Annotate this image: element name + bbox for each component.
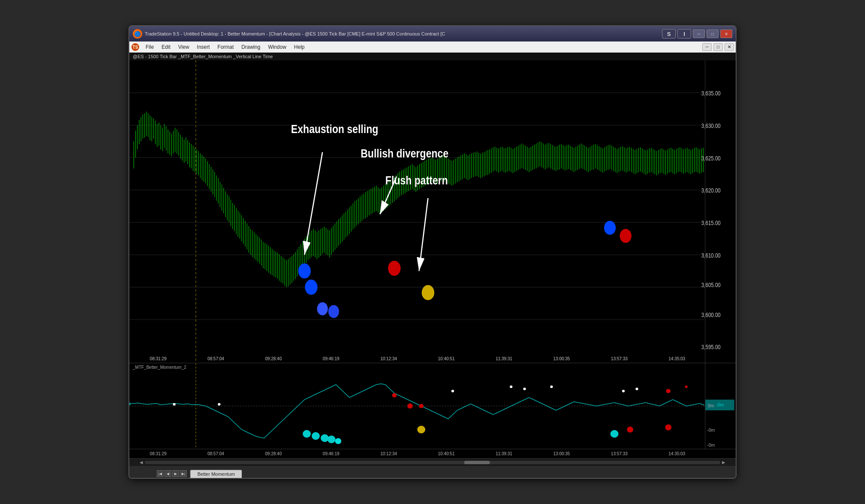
svg-text:3,615.00: 3,615.00 (701, 219, 721, 226)
svg-text:TS: TS (133, 45, 138, 50)
x-label-6: 10:40:51 (438, 451, 455, 456)
svg-point-366 (523, 388, 526, 390)
x-label-2: 08:57:04 (207, 451, 224, 456)
scroll-thumb[interactable] (464, 461, 490, 464)
svg-point-365 (510, 385, 512, 388)
svg-point-371 (685, 385, 687, 388)
x-label-9: 13:57:33 (611, 451, 628, 456)
scroll-left-arrow[interactable]: ◀ (138, 460, 145, 465)
menu-drawing[interactable]: Drawing (238, 43, 264, 51)
svg-point-370 (666, 389, 670, 393)
menu-format[interactable]: Format (214, 43, 237, 51)
tab-first-button[interactable]: |◀ (157, 470, 164, 477)
svg-point-380 (627, 427, 633, 433)
horizontal-scrollbar[interactable]: ◀ ▶ (129, 458, 736, 466)
menu-insert[interactable]: Insert (194, 43, 213, 51)
svg-point-348 (305, 280, 317, 295)
menu-view[interactable]: View (175, 43, 193, 51)
svg-point-372 (303, 430, 311, 438)
svg-text:3,600.00: 3,600.00 (701, 311, 721, 318)
x-label-7: 11:39:31 (495, 451, 512, 456)
svg-rect-2 (129, 60, 736, 363)
x-label-10: 14:35:03 (668, 451, 685, 456)
svg-point-352 (388, 261, 400, 276)
menu-restore-btn[interactable]: □ (713, 43, 723, 51)
svg-point-362 (392, 393, 397, 397)
svg-point-375 (328, 436, 336, 443)
s-button[interactable]: S (662, 29, 676, 39)
svg-text:Bullish divergence: Bullish divergence (361, 147, 448, 160)
time-label-7: 11:39:31 (495, 356, 512, 361)
menu-close-btn[interactable]: ✕ (725, 43, 734, 51)
momentum-indicator-label: _MTF_Better_Momentum_2 (133, 365, 186, 370)
chart-main: 3,635.00 3,630.00 3,625.00 3,620.00 3,61… (129, 60, 736, 458)
time-label-2: 08:57:04 (207, 356, 224, 361)
window-title: TradeStation 9.5 - Untitled Desktop: 1 -… (145, 31, 659, 36)
main-window: 🔵 TradeStation 9.5 - Untitled Desktop: 1… (128, 25, 737, 479)
svg-point-364 (451, 390, 454, 392)
menu-bar-right-controls: ─ □ ✕ (702, 43, 734, 51)
tab-next-button[interactable]: ▶ (172, 470, 179, 477)
menu-minimize-btn[interactable]: ─ (702, 43, 712, 51)
price-chart[interactable]: 3,635.00 3,630.00 3,625.00 3,620.00 3,61… (129, 60, 736, 363)
svg-point-353 (422, 285, 434, 300)
svg-text:3,620.00: 3,620.00 (701, 187, 721, 194)
time-label-5: 10:12:34 (380, 356, 397, 361)
title-bar: 🔵 TradeStation 9.5 - Untitled Desktop: 1… (129, 26, 736, 42)
svg-text:-0m: -0m (716, 403, 724, 407)
svg-point-381 (665, 424, 671, 430)
restore-button[interactable]: □ (707, 30, 719, 38)
time-label-9: 13:57:33 (611, 356, 628, 361)
time-label-4: 09:46:19 (323, 356, 340, 361)
chart-container: @ES - 1500 Tick Bar _MTF_Better_Momentum… (129, 53, 736, 458)
menu-bar: TS File Edit View Insert Format Drawing … (129, 42, 736, 53)
x-label-3: 09:28:40 (265, 451, 282, 456)
svg-point-376 (335, 438, 341, 444)
menu-edit[interactable]: Edit (158, 43, 174, 51)
svg-point-374 (321, 434, 329, 442)
svg-text:Exhaustion selling: Exhaustion selling (291, 122, 379, 135)
tab-prev-button[interactable]: ◀ (164, 470, 171, 477)
svg-text:3,610.00: 3,610.00 (701, 252, 721, 259)
title-bar-controls: S I ─ □ ✕ (662, 29, 732, 39)
time-label-10: 14:35:03 (668, 356, 685, 361)
time-label-1: 08:31:29 (150, 356, 167, 361)
svg-point-379 (610, 430, 618, 438)
tab-better-momentum[interactable]: Better Momentum (190, 470, 242, 478)
app-icon: 🔵 (133, 29, 142, 39)
x-label-4: 09:46:19 (323, 451, 340, 456)
time-label-8: 13:00:35 (553, 356, 570, 361)
svg-text:3,630.00: 3,630.00 (701, 122, 721, 129)
tab-nav-buttons: |◀ ◀ ▶ ▶| (157, 470, 187, 477)
scroll-right-arrow[interactable]: ▶ (720, 460, 727, 465)
svg-point-373 (312, 432, 320, 440)
menu-window[interactable]: Window (265, 43, 290, 51)
svg-point-351 (328, 305, 339, 318)
menu-help[interactable]: Help (291, 43, 308, 51)
svg-text:-0m: -0m (707, 443, 715, 448)
svg-point-378 (407, 403, 413, 409)
scroll-track[interactable] (145, 461, 720, 464)
svg-point-367 (550, 385, 553, 388)
x-label-5: 10:12:34 (380, 451, 397, 456)
svg-text:0m: 0m (708, 403, 714, 408)
chart-header: @ES - 1500 Tick Bar _MTF_Better_Momentum… (129, 53, 736, 60)
svg-point-354 (604, 221, 616, 235)
tab-last-button[interactable]: ▶| (180, 470, 187, 477)
time-axis: 08:31:29 08:57:04 09:28:40 09:46:19 10:1… (129, 449, 736, 458)
time-label-3: 09:28:40 (265, 356, 282, 361)
x-label-1: 08:31:29 (150, 451, 167, 456)
close-button[interactable]: ✕ (720, 30, 732, 38)
momentum-svg: -0m 0m -0m -0m (129, 363, 736, 449)
svg-point-349 (317, 302, 328, 315)
menu-file[interactable]: File (142, 43, 157, 51)
minimize-button[interactable]: ─ (693, 30, 705, 38)
time-label-6: 10:40:51 (438, 356, 455, 361)
i-button[interactable]: I (677, 29, 691, 39)
svg-point-360 (173, 403, 176, 406)
x-label-8: 13:00:35 (553, 451, 570, 456)
svg-point-361 (218, 403, 221, 406)
svg-point-369 (635, 388, 638, 390)
svg-point-363 (419, 404, 424, 408)
svg-point-368 (622, 390, 625, 392)
